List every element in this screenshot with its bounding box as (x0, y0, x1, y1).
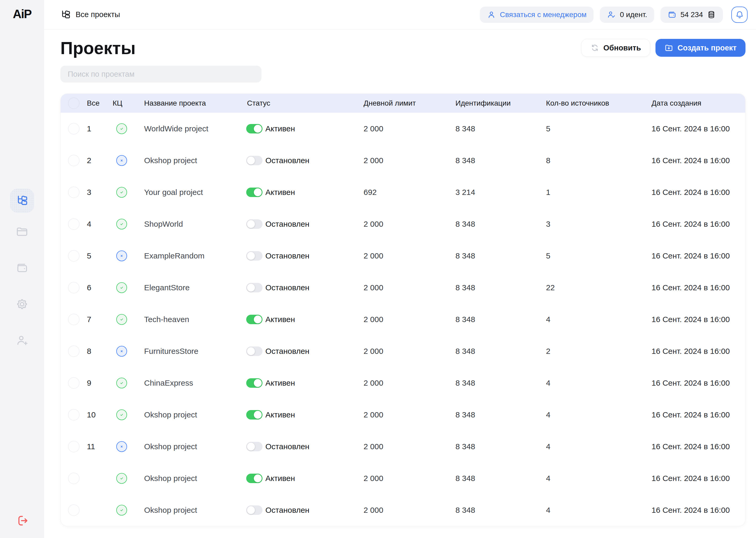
row-checkbox[interactable] (68, 346, 79, 357)
x-circle-icon (118, 348, 125, 354)
table-row[interactable]: Okshop project Активен 2 000 8 348 4 16 … (61, 462, 745, 494)
status-cell: Остановлен (246, 347, 309, 356)
toggle-knob (254, 188, 262, 196)
app-root: AiP Все проекты С (0, 0, 756, 538)
breadcrumb[interactable]: Все проекты (60, 10, 120, 20)
contact-manager-button[interactable]: Связаться с менеджером (480, 7, 593, 23)
refresh-icon (591, 43, 599, 52)
status-toggle[interactable] (246, 251, 262, 261)
row-checkbox[interactable] (68, 250, 79, 262)
table-row[interactable]: 2 Okshop project Остановлен 2 000 8 348 … (61, 144, 745, 176)
balance-pill[interactable]: 54 234 (660, 7, 723, 23)
sidebar-item-wallet[interactable] (16, 262, 28, 274)
status-toggle[interactable] (246, 378, 262, 388)
status-toggle[interactable] (246, 283, 262, 293)
project-name: FurnituresStore (144, 347, 199, 356)
status-toggle[interactable] (246, 442, 262, 451)
row-checkbox[interactable] (68, 155, 79, 166)
header-sources-count: Кол-во источников (546, 99, 609, 107)
refresh-button[interactable]: Обновить (581, 39, 650, 57)
table-row[interactable]: 7 Tech-heaven Активен 2 000 8 348 4 16 С… (61, 303, 745, 335)
wallet-icon (668, 10, 677, 19)
status-cell: Активен (246, 188, 295, 197)
toggle-knob (254, 474, 262, 482)
status-toggle[interactable] (246, 410, 262, 419)
row-checkbox[interactable] (68, 504, 79, 516)
x-circle-icon (118, 157, 125, 163)
notifications-button[interactable] (731, 7, 748, 23)
table-row[interactable]: 3 Your goal project Активен 692 3 214 1 … (61, 176, 745, 208)
kc-cell (116, 377, 127, 388)
row-checkbox[interactable] (68, 218, 79, 230)
logout-icon (15, 514, 29, 527)
status-label: Активен (265, 124, 295, 133)
identifications-counter[interactable]: 0 идент. (600, 7, 654, 23)
row-checkbox[interactable] (68, 314, 79, 325)
sidebar-item-settings[interactable] (16, 298, 28, 310)
kc-cell (116, 155, 127, 166)
kc-status-icon (116, 250, 127, 261)
table-header: Все КЦ Название проекта Статус Дневной л… (61, 94, 745, 113)
created-at-value: 16 Сент. 2024 в 16:00 (651, 283, 730, 292)
row-checkbox[interactable] (68, 187, 79, 198)
project-name: Okshop project (144, 474, 197, 483)
status-toggle[interactable] (246, 124, 262, 134)
created-at-value: 16 Сент. 2024 в 16:00 (651, 124, 730, 133)
table-row[interactable]: Okshop project Остановлен 2 000 8 348 4 … (61, 494, 745, 526)
row-number: 6 (87, 283, 91, 292)
search-input[interactable] (60, 66, 261, 82)
check-circle-icon (118, 285, 125, 291)
table-row[interactable]: 6 ElegantStore Остановлен 2 000 8 348 22… (61, 272, 745, 303)
status-toggle[interactable] (246, 347, 262, 356)
user-add-icon (16, 334, 28, 347)
sidebar-item-add-user[interactable] (16, 334, 28, 347)
daily-limit-value: 2 000 (363, 474, 383, 483)
project-name: Okshop project (144, 156, 197, 165)
status-toggle[interactable] (246, 506, 262, 515)
page-actions: Обновить Создать проект (581, 39, 746, 57)
daily-limit-value: 2 000 (363, 124, 383, 133)
sidebar-item-folders[interactable] (16, 225, 28, 238)
daily-limit-value: 692 (363, 188, 377, 197)
identifications-value: 8 348 (455, 124, 475, 133)
select-all-checkbox[interactable] (68, 97, 79, 109)
table-row[interactable]: 11 Okshop project Остановлен 2 000 8 348… (61, 431, 745, 462)
kc-cell (116, 441, 127, 452)
header-kc: КЦ (113, 99, 122, 107)
status-toggle[interactable] (246, 219, 262, 229)
table-row[interactable]: 1 WorldWide project Активен 2 000 8 348 … (61, 113, 745, 144)
daily-limit-value: 2 000 (363, 506, 383, 514)
identifications-value: 3 214 (455, 188, 475, 197)
status-toggle[interactable] (246, 315, 262, 324)
sources-count-value: 4 (546, 442, 550, 451)
project-name: Tech-heaven (144, 315, 189, 324)
check-circle-icon (118, 316, 125, 322)
row-checkbox[interactable] (68, 409, 79, 421)
table-row[interactable]: 4 ShopWorld Остановлен 2 000 8 348 3 16 … (61, 208, 745, 240)
toggle-knob (254, 125, 262, 133)
kc-cell (116, 187, 127, 197)
project-name: ExampleRandom (144, 251, 205, 260)
table-row[interactable]: 9 ChinaExpress Активен 2 000 8 348 4 16 … (61, 367, 745, 399)
row-checkbox[interactable] (68, 377, 79, 389)
create-project-button[interactable]: Создать проект (655, 39, 745, 57)
row-checkbox[interactable] (68, 123, 79, 134)
table-row[interactable]: 8 FurnituresStore Остановлен 2 000 8 348… (61, 335, 745, 367)
status-toggle[interactable] (246, 188, 262, 197)
header-identifications: Идентификации (455, 99, 510, 107)
table-row[interactable]: 10 Okshop project Активен 2 000 8 348 4 … (61, 399, 745, 431)
logout-button[interactable] (15, 514, 29, 527)
table-row[interactable]: 5 ExampleRandom Остановлен 2 000 8 348 5… (61, 240, 745, 272)
sidebar-item-projects[interactable] (10, 188, 34, 213)
status-toggle[interactable] (246, 474, 262, 483)
created-at-value: 16 Сент. 2024 в 16:00 (651, 315, 730, 324)
kc-status-icon (116, 505, 127, 515)
daily-limit-value: 2 000 (363, 156, 383, 165)
row-checkbox[interactable] (68, 473, 79, 484)
row-checkbox[interactable] (68, 282, 79, 294)
row-checkbox[interactable] (68, 441, 79, 452)
breadcrumb-label: Все проекты (75, 10, 120, 19)
row-number: 7 (87, 315, 91, 324)
status-toggle[interactable] (246, 156, 262, 165)
kc-cell (116, 409, 127, 420)
